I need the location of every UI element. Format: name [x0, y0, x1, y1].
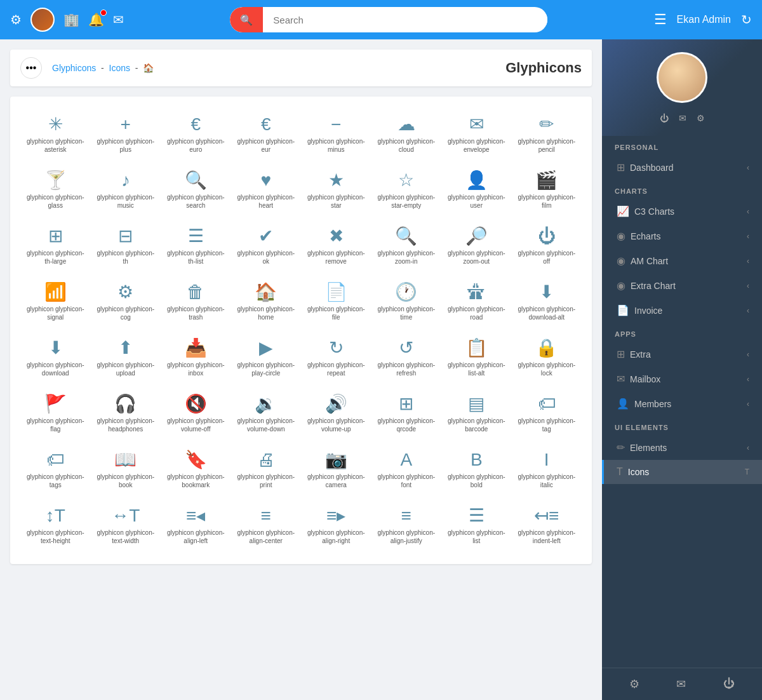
icon-cell[interactable]: ☆glyphicon glyphicon-star-empty	[374, 165, 439, 216]
bottom-power-icon[interactable]: ⏻	[723, 677, 735, 691]
icon-label: glyphicon glyphicon-bold	[446, 473, 507, 489]
refresh-icon[interactable]: ↻	[741, 12, 752, 27]
icon-cell[interactable]: ≡glyphicon glyphicon-align-justify	[374, 501, 439, 551]
mail-icon[interactable]: ✉	[113, 12, 124, 27]
search-input[interactable]	[263, 15, 547, 25]
icon-cell[interactable]: 🏷glyphicon glyphicon-tag	[514, 389, 580, 440]
icon-cell[interactable]: 📷glyphicon glyphicon-camera	[304, 445, 369, 495]
icon-cell[interactable]: 🚩glyphicon glyphicon-flag	[23, 389, 88, 440]
icon-cell[interactable]: ▶glyphicon glyphicon-play-circle	[234, 333, 299, 384]
icon-cell[interactable]: ↤≡glyphicon glyphicon-indent-left	[514, 501, 580, 551]
icon-cell[interactable]: 🔖glyphicon glyphicon-bookmark	[163, 445, 229, 495]
icon-cell[interactable]: ⚙glyphicon glyphicon-cog	[93, 277, 159, 328]
icon-cell[interactable]: ≡▸glyphicon glyphicon-align-right	[304, 501, 369, 551]
icon-cell[interactable]: 🔎glyphicon glyphicon-zoom-out	[444, 221, 509, 272]
icon-cell[interactable]: €glyphicon glyphicon-euro	[163, 109, 229, 160]
icon-cell[interactable]: 🕐glyphicon glyphicon-time	[374, 277, 439, 328]
gear-icon[interactable]: ⚙	[697, 113, 705, 123]
icon-cell[interactable]: ↺glyphicon glyphicon-refresh	[374, 333, 439, 384]
icon-cell[interactable]: 🔒glyphicon glyphicon-lock	[514, 333, 580, 384]
sidebar-item-elements[interactable]: ✏ Elements ‹	[602, 435, 762, 460]
icon-cell[interactable]: 🛣glyphicon glyphicon-road	[444, 277, 509, 328]
icon-cell[interactable]: ✔glyphicon glyphicon-ok	[234, 221, 299, 272]
icon-label: glyphicon glyphicon-download	[25, 361, 86, 377]
icon-cell[interactable]: Aglyphicon glyphicon-font	[374, 445, 439, 495]
building-icon[interactable]: 🏢	[64, 12, 79, 27]
sidebar-item-amchart[interactable]: ◉ AM Chart ‹	[602, 248, 762, 273]
icon-cell[interactable]: 📄glyphicon glyphicon-file	[304, 277, 369, 328]
sidebar-item-icons[interactable]: T Icons T	[602, 460, 762, 484]
sidebar-item-invoice[interactable]: 📄 Invoice ‹	[602, 298, 762, 323]
hamburger-icon[interactable]: ☰	[654, 11, 667, 28]
icon-cell[interactable]: ⏻glyphicon glyphicon-off	[514, 221, 580, 272]
icon-cell[interactable]: ⬆glyphicon glyphicon-upload	[93, 333, 159, 384]
email-icon[interactable]: ✉	[679, 113, 686, 123]
icon-label: glyphicon glyphicon-zoom-in	[377, 249, 437, 266]
icon-symbol: 📋	[465, 339, 488, 357]
icon-cell[interactable]: 🏷glyphicon glyphicon-tags	[23, 445, 88, 495]
search-button[interactable]: 🔍	[230, 7, 263, 32]
icon-cell[interactable]: ☰glyphicon glyphicon-th-list	[163, 221, 229, 272]
icon-cell[interactable]: ☰glyphicon glyphicon-list	[444, 501, 509, 551]
icon-cell[interactable]: ★glyphicon glyphicon-star	[304, 165, 369, 216]
icon-symbol: 🔉	[255, 395, 277, 413]
icon-symbol: ≡	[261, 507, 271, 525]
breadcrumb-icons[interactable]: Icons	[109, 63, 130, 73]
icon-cell[interactable]: 🏠glyphicon glyphicon-home	[234, 277, 299, 328]
icon-cell[interactable]: ⊟glyphicon glyphicon-th	[93, 221, 159, 272]
sidebar-item-dashboard[interactable]: ⊞ Dashboard ‹	[602, 155, 762, 180]
icon-cell[interactable]: Iglyphicon glyphicon-italic	[514, 445, 580, 495]
icon-cell[interactable]: 🔉glyphicon glyphicon-volume-down	[234, 389, 299, 440]
icon-cell[interactable]: 🔊glyphicon glyphicon-volume-up	[304, 389, 369, 440]
icon-cell[interactable]: 🎧glyphicon glyphicon-headphones	[93, 389, 159, 440]
icon-cell[interactable]: ▤glyphicon glyphicon-barcode	[444, 389, 509, 440]
icon-cell[interactable]: −glyphicon glyphicon-minus	[304, 109, 369, 160]
sidebar-item-c3charts[interactable]: 📈 C3 Charts ‹	[602, 199, 762, 224]
icon-cell[interactable]: 🔇glyphicon glyphicon-volume-off	[163, 389, 229, 440]
bottom-mail-icon[interactable]: ✉	[676, 677, 686, 691]
icon-cell[interactable]: 🗑glyphicon glyphicon-trash	[163, 277, 229, 328]
icon-cell[interactable]: 📖glyphicon glyphicon-book	[93, 445, 159, 495]
sidebar-item-echarts[interactable]: ◉ Echarts ‹	[602, 224, 762, 248]
sidebar-item-extrachart[interactable]: ◉ Extra Chart ‹	[602, 273, 762, 298]
power-icon[interactable]: ⏻	[660, 113, 669, 123]
icon-cell[interactable]: 🍸glyphicon glyphicon-glass	[23, 165, 88, 216]
breadcrumb-home[interactable]: 🏠	[143, 63, 154, 73]
icon-cell[interactable]: ↔Tglyphicon glyphicon-text-width	[93, 501, 159, 551]
icon-cell[interactable]: ⊞glyphicon glyphicon-qrcode	[374, 389, 439, 440]
icon-cell[interactable]: 🎬glyphicon glyphicon-film	[514, 165, 580, 216]
icon-cell[interactable]: 📶glyphicon glyphicon-signal	[23, 277, 88, 328]
icon-cell[interactable]: 📥glyphicon glyphicon-inbox	[163, 333, 229, 384]
icon-cell[interactable]: ♪glyphicon glyphicon-music	[93, 165, 159, 216]
icon-cell[interactable]: ≡glyphicon glyphicon-align-center	[234, 501, 299, 551]
sidebar-item-extra[interactable]: ⊞ Extra ‹	[602, 342, 762, 367]
bottom-gear-icon[interactable]: ⚙	[629, 677, 639, 691]
icon-cell[interactable]: +glyphicon glyphicon-plus	[93, 109, 159, 160]
icon-cell[interactable]: Bglyphicon glyphicon-bold	[444, 445, 509, 495]
icon-cell[interactable]: 🔍glyphicon glyphicon-zoom-in	[374, 221, 439, 272]
sidebar-item-members[interactable]: 👤 Members ‹	[602, 391, 762, 416]
icon-cell[interactable]: €glyphicon glyphicon-eur	[234, 109, 299, 160]
icon-cell[interactable]: ✏glyphicon glyphicon-pencil	[514, 109, 580, 160]
icon-cell[interactable]: ⬇glyphicon glyphicon-download-alt	[514, 277, 580, 328]
icon-cell[interactable]: 📋glyphicon glyphicon-list-alt	[444, 333, 509, 384]
icon-cell[interactable]: 🔍glyphicon glyphicon-search	[163, 165, 229, 216]
icon-cell[interactable]: ☁glyphicon glyphicon-cloud	[374, 109, 439, 160]
icon-cell[interactable]: ↻glyphicon glyphicon-repeat	[304, 333, 369, 384]
icon-cell[interactable]: ✖glyphicon glyphicon-remove	[304, 221, 369, 272]
icon-cell[interactable]: ♥glyphicon glyphicon-heart	[234, 165, 299, 216]
icon-cell[interactable]: ↕Tglyphicon glyphicon-text-height	[23, 501, 88, 551]
avatar[interactable]	[30, 8, 55, 32]
icon-cell[interactable]: ✳glyphicon glyphicon-asterisk	[23, 109, 88, 160]
sidebar-item-mailbox[interactable]: ✉ Mailbox ‹	[602, 367, 762, 391]
icon-cell[interactable]: ≡◂glyphicon glyphicon-align-left	[163, 501, 229, 551]
icon-cell[interactable]: ⊞glyphicon glyphicon-th-large	[23, 221, 88, 272]
icon-cell[interactable]: 👤glyphicon glyphicon-user	[444, 165, 509, 216]
icon-cell[interactable]: 🖨glyphicon glyphicon-print	[234, 445, 299, 495]
settings-icon[interactable]: ⚙	[10, 12, 22, 27]
icon-symbol: 🎧	[114, 395, 137, 413]
dots-button[interactable]: •••	[20, 57, 42, 79]
icon-cell[interactable]: ⬇glyphicon glyphicon-download	[23, 333, 88, 384]
icon-cell[interactable]: ✉glyphicon glyphicon-envelope	[444, 109, 509, 160]
breadcrumb-glyphicons[interactable]: Glyphicons	[52, 63, 96, 73]
